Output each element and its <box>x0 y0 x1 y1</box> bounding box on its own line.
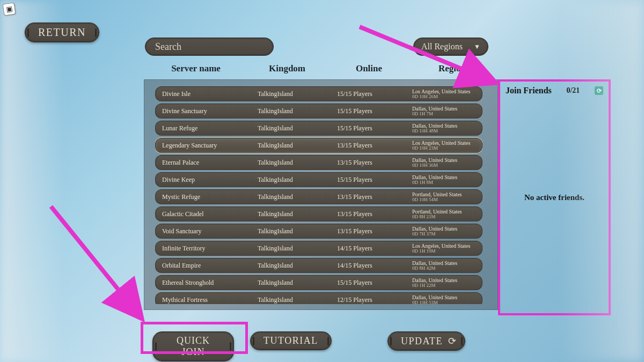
server-kingdom: TalkingIsland <box>258 90 337 98</box>
region-filter-dropdown[interactable]: All Regions ▼ <box>413 38 488 56</box>
server-name: Galactic Citadel <box>162 210 258 218</box>
server-age: 0D 7H 37M <box>412 232 475 237</box>
server-name: Lunar Refuge <box>162 124 258 132</box>
server-row[interactable]: Mystic RefugeTalkingIsland13/15 PlayersP… <box>155 189 482 204</box>
svg-line-1 <box>51 206 142 319</box>
server-row[interactable]: Divine KeepTalkingIsland15/15 PlayersDal… <box>155 172 482 187</box>
server-row[interactable]: Divine SanctuaryTalkingIsland15/15 Playe… <box>155 104 482 119</box>
server-name: Mystic Refuge <box>162 193 258 201</box>
server-row[interactable]: Lunar RefugeTalkingIsland15/15 PlayersDa… <box>155 121 482 136</box>
region-filter-label: All Regions <box>421 42 463 51</box>
server-region: Dallas, United States0D 1H 7M <box>412 106 475 117</box>
server-name: Divine Sanctuary <box>162 107 258 115</box>
server-row[interactable]: Galactic CitadelTalkingIsland13/15 Playe… <box>155 206 482 221</box>
server-kingdom: TalkingIsland <box>258 176 337 184</box>
server-kingdom: TalkingIsland <box>258 193 337 201</box>
server-row[interactable]: Mythical FortressTalkingIsland12/15 Play… <box>155 292 482 304</box>
server-age: 0D 10H 23M <box>412 146 475 151</box>
friends-panel: Join Friends 0/21 ⟳ No active friends. <box>498 79 611 315</box>
server-name: Ethereal Stronghold <box>162 279 258 287</box>
server-region: Dallas, United States0D 7H 37M <box>412 226 475 237</box>
chevron-down-icon: ▼ <box>474 43 480 51</box>
server-age: 0D 10H 54M <box>412 197 475 203</box>
server-online: 14/15 Players <box>337 245 412 253</box>
server-age: 0D 1H 7M <box>412 112 475 117</box>
server-row[interactable]: Legendary SanctuaryTalkingIsland13/15 Pl… <box>155 138 482 153</box>
server-age: 0D 1H 8M <box>412 180 475 186</box>
server-online: 15/15 Players <box>337 279 412 287</box>
col-kingdom: Kingdom <box>247 63 327 74</box>
server-region: Dallas, United States0D 10H 53M <box>412 294 475 304</box>
server-kingdom: TalkingIsland <box>258 124 337 132</box>
friends-empty-message: No active friends. <box>500 193 609 202</box>
search-input[interactable] <box>145 38 274 56</box>
server-region: Los Angeles, United States0D 10H 23M <box>412 140 475 151</box>
server-kingdom: TalkingIsland <box>258 279 337 287</box>
server-name: Divine Isle <box>162 90 258 98</box>
server-online: 15/15 Players <box>337 90 412 98</box>
server-name: Divine Keep <box>162 176 258 184</box>
server-age: 0D 8H 21M <box>412 215 475 220</box>
update-button-label: UPDATE <box>401 336 443 347</box>
server-online: 15/15 Players <box>337 124 412 132</box>
server-kingdom: TalkingIsland <box>258 107 337 115</box>
server-age: 0D 10H 26M <box>412 94 475 100</box>
server-age: 0D 10H 36M <box>412 163 475 168</box>
server-online: 13/15 Players <box>337 142 412 150</box>
server-kingdom: TalkingIsland <box>258 296 337 304</box>
server-age: 0D 10H 48M <box>412 129 475 134</box>
server-region: Los Angeles, United States0D 1H 19M <box>412 243 475 254</box>
server-online: 12/15 Players <box>337 296 412 304</box>
server-row[interactable]: Divine IsleTalkingIsland15/15 PlayersLos… <box>155 86 482 101</box>
server-age: 0D 1H 19M <box>412 249 475 254</box>
server-row[interactable]: Ethereal StrongholdTalkingIsland15/15 Pl… <box>155 275 482 290</box>
server-age: 0D 8H 42M <box>412 266 475 271</box>
server-kingdom: TalkingIsland <box>258 210 337 218</box>
update-button[interactable]: UPDATE ⟳ <box>387 331 465 351</box>
server-name: Legendary Sanctuary <box>162 142 258 150</box>
server-online: 13/15 Players <box>337 159 412 167</box>
server-online: 13/15 Players <box>337 227 412 235</box>
server-online: 13/15 Players <box>337 210 412 218</box>
server-kingdom: TalkingIsland <box>258 245 337 253</box>
server-online: 15/15 Players <box>337 176 412 184</box>
server-region: Dallas, United States0D 1H 8M <box>412 174 475 186</box>
server-kingdom: TalkingIsland <box>258 142 337 150</box>
col-online: Online <box>327 63 411 74</box>
refresh-friends-icon[interactable]: ⟳ <box>595 86 603 95</box>
col-server-name: Server name <box>145 63 247 74</box>
roblox-logo-icon: ▣ <box>3 3 16 16</box>
server-region: Dallas, United States0D 1H 22M <box>412 277 475 289</box>
server-age: 0D 1H 22M <box>412 283 475 289</box>
server-row[interactable]: Infinite TerritoryTalkingIsland14/15 Pla… <box>155 241 482 256</box>
server-row[interactable]: Void SanctuaryTalkingIsland13/15 Players… <box>155 224 482 239</box>
server-row[interactable]: Eternal PalaceTalkingIsland13/15 Players… <box>155 155 482 170</box>
server-kingdom: TalkingIsland <box>258 159 337 167</box>
server-row[interactable]: Orbital EmpireTalkingIsland14/15 Players… <box>155 258 482 273</box>
server-name: Orbital Empire <box>162 262 258 270</box>
quick-join-button[interactable]: QUICK JOIN <box>152 331 234 361</box>
col-region: Region <box>411 63 494 74</box>
friends-title: Join Friends <box>506 86 552 95</box>
server-online: 13/15 Players <box>337 193 412 201</box>
server-name: Void Sanctuary <box>162 227 258 235</box>
server-kingdom: TalkingIsland <box>258 262 337 270</box>
server-list[interactable]: Divine IsleTalkingIsland15/15 PlayersLos… <box>155 86 482 304</box>
server-name: Eternal Palace <box>162 159 258 167</box>
server-region: Dallas, United States0D 8H 42M <box>412 260 475 271</box>
server-region: Portland, United States0D 8H 21M <box>412 209 475 220</box>
return-button[interactable]: RETURN <box>25 23 99 42</box>
server-online: 14/15 Players <box>337 262 412 270</box>
server-region: Los Angeles, United States0D 10H 26M <box>412 88 475 100</box>
server-region: Portland, United States0D 10H 54M <box>412 191 475 203</box>
server-column-headers: Server name Kingdom Online Region <box>145 63 499 74</box>
tutorial-button[interactable]: TUTORIAL <box>250 331 332 350</box>
server-age: 0D 10H 53M <box>412 300 475 304</box>
refresh-icon: ⟳ <box>448 335 457 347</box>
server-online: 15/15 Players <box>337 107 412 115</box>
server-region: Dallas, United States0D 10H 48M <box>412 123 475 134</box>
server-name: Infinite Territory <box>162 245 258 253</box>
server-name: Mythical Fortress <box>162 296 258 304</box>
server-list-panel: Divine IsleTalkingIsland15/15 PlayersLos… <box>144 79 498 310</box>
server-region: Dallas, United States0D 10H 36M <box>412 157 475 168</box>
